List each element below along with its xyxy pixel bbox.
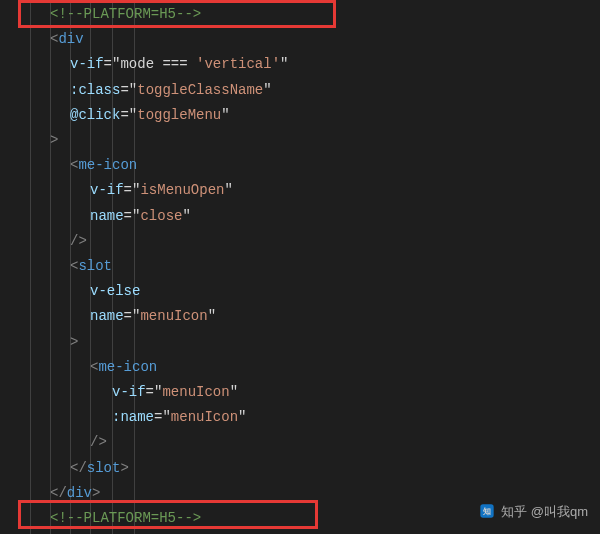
- comment: <!--PLATFORM=H5-->: [50, 510, 201, 526]
- code-line[interactable]: <me-icon: [0, 355, 600, 380]
- code-area[interactable]: <!--PLATFORM=H5--> <div v-if="mode === '…: [0, 0, 600, 534]
- code-line[interactable]: >: [0, 330, 600, 355]
- code-line[interactable]: />: [0, 430, 600, 455]
- code-line[interactable]: @click="toggleMenu": [0, 103, 600, 128]
- code-line[interactable]: v-if="isMenuOpen": [0, 178, 600, 203]
- code-line[interactable]: :class="toggleClassName": [0, 78, 600, 103]
- code-line[interactable]: v-if="mode === 'vertical'": [0, 52, 600, 77]
- code-line[interactable]: name="menuIcon": [0, 304, 600, 329]
- code-line[interactable]: />: [0, 229, 600, 254]
- code-line[interactable]: >: [0, 128, 600, 153]
- zhihu-icon: 知: [479, 503, 495, 519]
- code-line[interactable]: <slot: [0, 254, 600, 279]
- watermark: 知 知乎 @叫我qm: [479, 499, 588, 524]
- code-line[interactable]: v-else: [0, 279, 600, 304]
- code-line[interactable]: </slot>: [0, 456, 600, 481]
- code-line[interactable]: <!--PLATFORM=H5-->: [0, 2, 600, 27]
- watermark-text: 知乎 @叫我qm: [501, 499, 588, 524]
- code-line[interactable]: :name="menuIcon": [0, 405, 600, 430]
- code-line[interactable]: <me-icon: [0, 153, 600, 178]
- comment: <!--PLATFORM=H5-->: [50, 6, 201, 22]
- code-line[interactable]: <div: [0, 27, 600, 52]
- svg-text:知: 知: [482, 508, 491, 517]
- code-editor[interactable]: <!--PLATFORM=H5--> <div v-if="mode === '…: [0, 0, 600, 534]
- code-line[interactable]: name="close": [0, 204, 600, 229]
- code-line[interactable]: v-if="menuIcon": [0, 380, 600, 405]
